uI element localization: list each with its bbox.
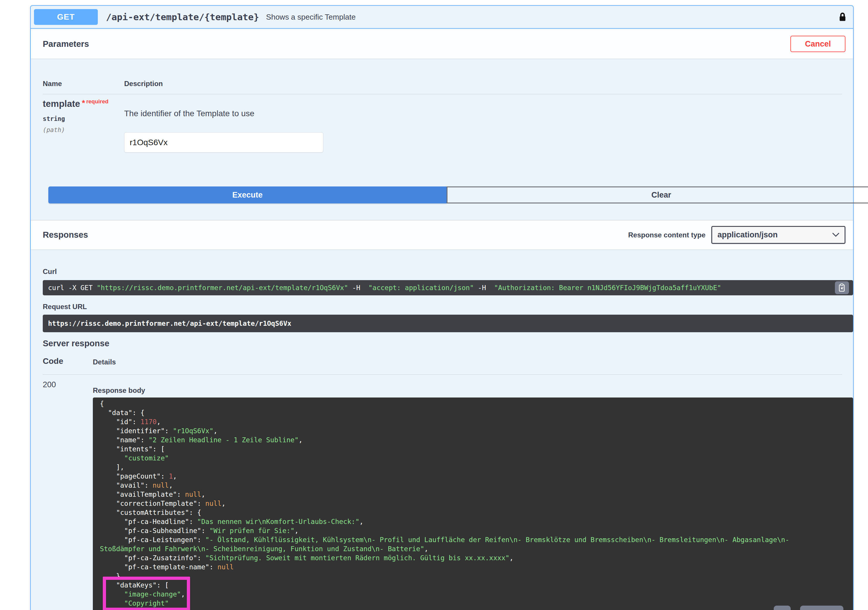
clipboard-icon bbox=[839, 283, 845, 292]
param-location: (path) bbox=[43, 127, 65, 133]
curl-label: Curl bbox=[43, 268, 57, 276]
code-column-header: Code bbox=[43, 356, 63, 366]
responses-section-header: Responses Response content type applicat… bbox=[31, 220, 853, 249]
param-name-text: template bbox=[43, 99, 80, 109]
http-method-badge: GET bbox=[34, 9, 98, 25]
response-body-code: { "data": { "id": 1170, "identifier": "r… bbox=[93, 398, 853, 610]
response-body-label: Response body bbox=[93, 386, 145, 395]
opblock-get-template: GET /api-ext/template/{template} Shows a… bbox=[30, 5, 854, 610]
required-label: required bbox=[86, 98, 108, 104]
content-type-select[interactable]: application/json bbox=[711, 226, 845, 244]
required-star: * bbox=[82, 98, 85, 107]
param-type: string bbox=[43, 115, 65, 122]
parameters-title: Parameters bbox=[43, 39, 89, 49]
curl-command-bar: curl -X GET "https://rissc.demo.printfor… bbox=[43, 280, 853, 295]
copy-response-button[interactable] bbox=[774, 605, 790, 610]
request-url-text: https://rissc.demo.printformer.net/api-e… bbox=[43, 315, 853, 332]
request-url-label: Request URL bbox=[43, 303, 87, 311]
execute-button[interactable]: Execute bbox=[48, 186, 446, 203]
copy-to-clipboard-button[interactable] bbox=[835, 281, 849, 294]
param-name: template*required bbox=[43, 98, 108, 109]
operation-summary-bar[interactable]: GET /api-ext/template/{template} Shows a… bbox=[31, 6, 853, 29]
download-response-button[interactable] bbox=[800, 605, 843, 610]
content-type-label: Response content type bbox=[628, 231, 705, 239]
clear-button[interactable]: Clear bbox=[446, 186, 868, 203]
content-type-value: application/json bbox=[718, 231, 778, 240]
param-description: The identifier of the Template to use bbox=[124, 109, 254, 118]
column-header-name: Name bbox=[43, 80, 62, 88]
chevron-down-icon bbox=[832, 233, 839, 237]
cancel-button[interactable]: Cancel bbox=[790, 36, 845, 52]
request-url-bar: https://rissc.demo.printformer.net/api-e… bbox=[43, 315, 853, 332]
template-value-input[interactable] bbox=[124, 132, 323, 153]
details-column-header: Details bbox=[93, 358, 116, 366]
endpoint-summary-text: Shows a specific Template bbox=[266, 12, 356, 22]
authorization-lock-button[interactable] bbox=[839, 12, 846, 23]
curl-command-text: curl -X GET "https://rissc.demo.printfor… bbox=[43, 280, 853, 295]
server-response-title: Server response bbox=[43, 339, 109, 348]
responses-title: Responses bbox=[43, 230, 88, 240]
parameters-section-header: Parameters Cancel bbox=[31, 29, 853, 59]
response-status-code: 200 bbox=[43, 380, 56, 389]
column-header-description: Description bbox=[124, 80, 163, 88]
content-type-control: Response content type application/json bbox=[628, 226, 845, 244]
endpoint-path: /api-ext/template/{template} bbox=[106, 12, 259, 22]
response-body-container: { "data": { "id": 1170, "identifier": "r… bbox=[93, 398, 853, 610]
lock-icon bbox=[839, 12, 846, 23]
